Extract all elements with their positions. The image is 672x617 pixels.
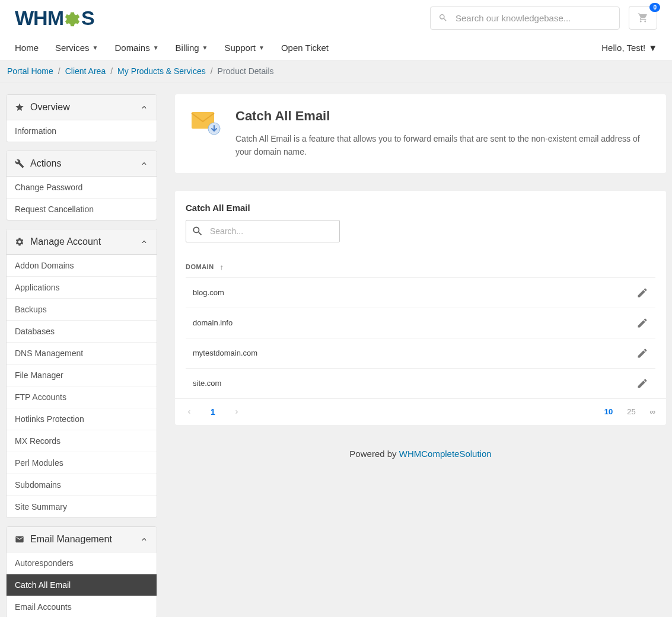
sidebar-item-autoresponders[interactable]: Autoresponders: [7, 552, 157, 574]
footer-link[interactable]: WHMCompleteSolution: [399, 449, 492, 459]
sidebar-item-addon-domains[interactable]: Addon Domains: [7, 255, 157, 276]
caret-down-icon: ▼: [259, 44, 265, 51]
table-row: blog.com: [186, 277, 655, 308]
card-title: Catch All Email: [175, 191, 666, 220]
panel-overview: OverviewInformation: [6, 94, 157, 142]
sidebar-item-site-summary[interactable]: Site Summary: [7, 495, 157, 517]
sidebar-item-change-password[interactable]: Change Password: [7, 177, 157, 198]
logo-text-1: WHM: [15, 7, 63, 30]
chevron-up-icon: [140, 103, 148, 111]
edit-button[interactable]: [636, 287, 648, 299]
catchall-card: Catch All Email DOMAIN ↑ blog.comdomain.…: [175, 191, 666, 425]
nav-open-ticket[interactable]: Open Ticket: [281, 43, 329, 53]
wrench-icon: [15, 159, 24, 168]
nav-billing[interactable]: Billing▼: [176, 43, 208, 53]
footer-text: Powered by: [349, 449, 399, 459]
hero-panel: Catch All Email Catch All Email is a fea…: [175, 94, 666, 173]
breadcrumb-link[interactable]: My Products & Services: [117, 66, 206, 76]
sidebar-item-applications[interactable]: Applications: [7, 276, 157, 298]
sidebar-item-backups[interactable]: Backups: [7, 298, 157, 320]
edit-button[interactable]: [636, 317, 648, 329]
chevron-up-icon: [140, 238, 148, 246]
table-row: mytestdomain.com: [186, 338, 655, 368]
table-search-input[interactable]: [186, 220, 340, 242]
mail-icon: [15, 535, 24, 544]
panel-email-management: Email ManagementAutorespondersCatch All …: [6, 526, 157, 617]
panel-header[interactable]: Email Management: [7, 527, 157, 552]
catchall-email-icon: [189, 108, 221, 140]
cart-icon: [638, 12, 648, 23]
table-search: [186, 220, 340, 242]
sidebar-item-databases[interactable]: Databases: [7, 320, 157, 342]
logo[interactable]: WHM S: [15, 7, 94, 30]
panel-header[interactable]: Actions: [7, 151, 157, 177]
sidebar-item-catch-all-email[interactable]: Catch All Email: [7, 574, 157, 596]
page-next[interactable]: [233, 408, 240, 415]
star-icon: [15, 103, 24, 112]
caret-down-icon: ▼: [648, 43, 657, 53]
table-row: site.com: [186, 368, 655, 398]
panel-header[interactable]: Overview: [7, 95, 157, 120]
nav-home[interactable]: Home: [15, 43, 39, 53]
sidebar-item-ftp-accounts[interactable]: FTP Accounts: [7, 386, 157, 408]
search-icon: [438, 13, 448, 23]
footer: Powered by WHMCompleteSolution: [175, 425, 666, 471]
sidebar-item-information[interactable]: Information: [7, 120, 157, 142]
nav-support[interactable]: Support▼: [224, 43, 264, 53]
edit-button[interactable]: [636, 378, 648, 389]
cart-button[interactable]: 0: [629, 6, 657, 30]
page-title: Catch All Email: [235, 108, 652, 124]
panel-manage-account: Manage AccountAddon DomainsApplicationsB…: [6, 229, 157, 518]
pagination: 1 1025∞: [175, 398, 666, 425]
kb-search: [430, 7, 620, 30]
kb-search-input[interactable]: [430, 7, 620, 30]
caret-down-icon: ▼: [202, 44, 208, 51]
caret-down-icon: ▼: [153, 44, 159, 51]
panel-actions: ActionsChange PasswordRequest Cancellati…: [6, 151, 157, 220]
panel-header[interactable]: Manage Account: [7, 229, 157, 255]
breadcrumb-link[interactable]: Client Area: [65, 66, 106, 76]
domain-cell: blog.com: [193, 288, 224, 297]
sort-asc-icon: ↑: [220, 263, 224, 271]
gear-icon: [15, 237, 24, 247]
search-icon: [192, 225, 203, 237]
page-current[interactable]: 1: [211, 407, 215, 417]
nav-domains[interactable]: Domains▼: [114, 43, 158, 53]
chevron-up-icon: [140, 159, 148, 168]
user-menu[interactable]: Hello, Test! ▼: [601, 43, 657, 53]
sidebar-item-mx-records[interactable]: MX Records: [7, 430, 157, 452]
chevron-up-icon: [140, 535, 148, 544]
page-description: Catch All Email is a feature that allows…: [235, 132, 652, 159]
domain-cell: domain.info: [193, 318, 233, 327]
page-prev[interactable]: [186, 408, 193, 415]
table-header[interactable]: DOMAIN ↑: [186, 257, 655, 277]
page-size-∞[interactable]: ∞: [650, 407, 655, 416]
logo-text-2: S: [81, 7, 94, 30]
breadcrumb-current: Product Details: [218, 66, 274, 76]
user-greeting: Hello, Test!: [601, 43, 645, 53]
page-size-10[interactable]: 10: [604, 407, 613, 416]
sidebar-item-dns-management[interactable]: DNS Management: [7, 342, 157, 364]
domain-cell: site.com: [193, 379, 221, 388]
breadcrumb-link[interactable]: Portal Home: [7, 66, 53, 76]
sidebar-item-request-cancellation[interactable]: Request Cancellation: [7, 198, 157, 220]
sidebar-item-file-manager[interactable]: File Manager: [7, 364, 157, 386]
sidebar-item-perl-modules[interactable]: Perl Modules: [7, 452, 157, 474]
caret-down-icon: ▼: [93, 44, 98, 51]
edit-button[interactable]: [636, 347, 648, 359]
breadcrumb: Portal Home/Client Area/My Products & Se…: [0, 60, 672, 82]
column-domain: DOMAIN: [186, 263, 214, 270]
sidebar-item-email-accounts[interactable]: Email Accounts: [7, 596, 157, 617]
cart-badge: 0: [649, 3, 660, 12]
sidebar-item-subdomains[interactable]: Subdomains: [7, 474, 157, 495]
sidebar-item-hotlinks-protection[interactable]: Hotlinks Protection: [7, 408, 157, 430]
page-size-25[interactable]: 25: [627, 407, 635, 416]
gear-icon: [62, 8, 82, 28]
table-row: domain.info: [186, 308, 655, 338]
nav-services[interactable]: Services▼: [55, 43, 98, 53]
domain-cell: mytestdomain.com: [193, 349, 257, 357]
